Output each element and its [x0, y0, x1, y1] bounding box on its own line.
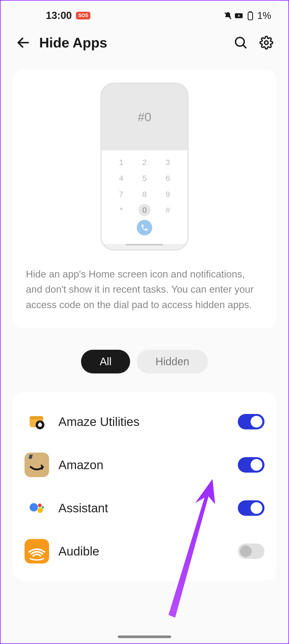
app-icon-assistant	[25, 496, 49, 520]
dialkey: *	[115, 204, 127, 216]
app-name-label: Amazon	[58, 458, 228, 472]
svg-point-16	[38, 508, 43, 513]
toggle-amazon[interactable]	[238, 457, 264, 473]
filter-hidden[interactable]: Hidden	[137, 350, 208, 373]
phone-nav-indicator	[126, 244, 163, 245]
app-list: Amaze Utilities Amazon Assistant Audible	[13, 392, 276, 581]
dialkey: 2	[138, 156, 151, 168]
svg-rect-13	[25, 453, 49, 477]
dialkey: 6	[162, 172, 174, 184]
filter-tabs: All Hidden	[1, 350, 288, 373]
status-time: 13:00	[46, 10, 72, 21]
dialkey: 8	[138, 188, 151, 200]
svg-rect-10	[30, 416, 43, 419]
svg-text:×: ×	[238, 14, 240, 18]
info-card: #0 1 2 3 4 5 6 7 8 9 * 0 # Hide an app's…	[13, 69, 276, 328]
info-description: Hide an app's Home screen icon and notif…	[26, 267, 263, 312]
app-icon-audible	[25, 539, 49, 564]
call-icon	[137, 220, 152, 235]
dialkey: 3	[162, 156, 174, 168]
dialkey: 0	[138, 204, 151, 216]
toggle-amaze-utilities[interactable]	[238, 414, 264, 429]
dialkey: #	[162, 204, 174, 216]
search-button[interactable]	[233, 35, 248, 50]
dialkey: 9	[162, 188, 174, 200]
battery-indicator-icon: ×	[235, 11, 243, 20]
status-bar: 13:00 SOS × 1%	[1, 1, 288, 24]
battery-percent: 1%	[257, 10, 271, 21]
toggle-audible[interactable]	[238, 544, 264, 559]
home-indicator[interactable]	[118, 635, 171, 638]
mute-icon	[224, 11, 232, 20]
svg-point-15	[38, 504, 42, 507]
app-name-label: Audible	[58, 544, 228, 558]
page-header: Hide Apps	[1, 24, 288, 59]
dialkey: 1	[115, 156, 127, 168]
app-icon-amaze	[25, 409, 49, 434]
dialkey: 4	[115, 172, 127, 184]
svg-point-8	[264, 41, 268, 45]
phone-mockup: #0 1 2 3 4 5 6 7 8 9 * 0 #	[101, 83, 188, 251]
app-name-label: Amaze Utilities	[58, 414, 228, 429]
svg-line-7	[243, 45, 246, 48]
sos-badge: SOS	[76, 12, 90, 19]
toggle-assistant[interactable]	[238, 500, 264, 516]
dialkey: 5	[138, 172, 151, 184]
dialpad-mock: 1 2 3 4 5 6 7 8 9 * 0 #	[102, 150, 187, 244]
app-row-amazon: Amazon	[25, 443, 264, 486]
dial-code-display: #0	[102, 84, 187, 150]
settings-button[interactable]	[259, 35, 274, 50]
app-row-amaze-utilities: Amaze Utilities	[25, 400, 264, 443]
page-title: Hide Apps	[39, 35, 225, 51]
svg-point-17	[42, 506, 44, 509]
app-icon-amazon	[25, 453, 49, 477]
dialkey: 7	[115, 188, 127, 200]
svg-point-12	[38, 423, 42, 427]
back-button[interactable]	[15, 35, 31, 51]
battery-outline-icon	[246, 11, 255, 20]
svg-point-14	[30, 503, 38, 512]
filter-all[interactable]: All	[81, 350, 130, 373]
app-row-audible: Audible	[25, 530, 264, 573]
app-name-label: Assistant	[58, 501, 228, 515]
app-row-assistant: Assistant	[25, 486, 264, 530]
svg-rect-4	[248, 12, 252, 20]
